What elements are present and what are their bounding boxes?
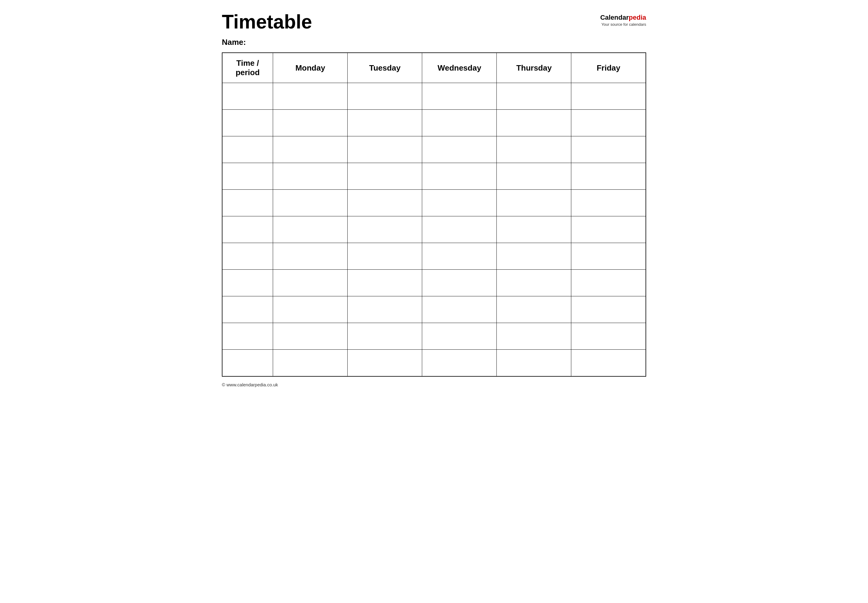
day-cell[interactable] [497,216,571,243]
timetable-body [222,83,646,376]
col-header-friday: Friday [571,53,646,83]
day-cell[interactable] [273,296,348,323]
time-cell[interactable] [222,83,273,110]
col-header-wednesday: Wednesday [422,53,497,83]
day-cell[interactable] [571,190,646,216]
day-cell[interactable] [422,296,497,323]
page-title: Timetable [222,12,312,31]
day-cell[interactable] [273,163,348,190]
table-row [222,83,646,110]
table-row [222,190,646,216]
footer: © www.calendarpedia.co.uk [222,382,646,387]
day-cell[interactable] [497,110,571,136]
day-cell[interactable] [273,110,348,136]
day-cell[interactable] [422,163,497,190]
day-cell[interactable] [273,216,348,243]
logo-calendar-part: Calendar [600,14,628,22]
day-cell[interactable] [422,190,497,216]
day-cell[interactable] [348,323,422,350]
day-cell[interactable] [497,296,571,323]
col-header-time: Time / period [222,53,273,83]
day-cell[interactable] [348,350,422,376]
logo-area: Calendarpedia Your source for calendars [600,12,646,27]
day-cell[interactable] [422,243,497,270]
day-cell[interactable] [348,136,422,163]
day-cell[interactable] [497,350,571,376]
day-cell[interactable] [497,270,571,296]
time-cell[interactable] [222,136,273,163]
page-wrapper: Timetable Calendarpedia Your source for … [222,12,646,387]
day-cell[interactable] [348,83,422,110]
day-cell[interactable] [422,83,497,110]
day-cell[interactable] [571,323,646,350]
logo-pedia-part: pedia [629,14,646,22]
table-row [222,350,646,376]
time-cell[interactable] [222,243,273,270]
day-cell[interactable] [273,270,348,296]
time-cell[interactable] [222,350,273,376]
table-row [222,136,646,163]
time-cell[interactable] [222,163,273,190]
day-cell[interactable] [348,216,422,243]
day-cell[interactable] [422,110,497,136]
table-header-row: Time / period Monday Tuesday Wednesday T… [222,53,646,83]
day-cell[interactable] [348,163,422,190]
time-cell[interactable] [222,110,273,136]
logo-subtitle: Your source for calendars [600,22,646,27]
day-cell[interactable] [497,136,571,163]
time-cell[interactable] [222,216,273,243]
col-header-thursday: Thursday [497,53,571,83]
table-row [222,270,646,296]
day-cell[interactable] [497,243,571,270]
table-row [222,323,646,350]
day-cell[interactable] [273,190,348,216]
time-cell[interactable] [222,323,273,350]
day-cell[interactable] [571,243,646,270]
day-cell[interactable] [273,350,348,376]
day-cell[interactable] [571,136,646,163]
timetable: Time / period Monday Tuesday Wednesday T… [222,53,646,377]
day-cell[interactable] [571,350,646,376]
day-cell[interactable] [273,136,348,163]
table-row [222,110,646,136]
day-cell[interactable] [571,163,646,190]
logo-text: Calendarpedia [600,14,646,22]
day-cell[interactable] [348,110,422,136]
day-cell[interactable] [571,270,646,296]
day-cell[interactable] [422,216,497,243]
name-row: Name: [222,37,646,47]
day-cell[interactable] [273,83,348,110]
table-row [222,163,646,190]
footer-url: © www.calendarpedia.co.uk [222,382,278,387]
time-cell[interactable] [222,296,273,323]
table-row [222,243,646,270]
day-cell[interactable] [422,350,497,376]
name-label: Name: [222,37,246,47]
day-cell[interactable] [422,136,497,163]
day-cell[interactable] [497,83,571,110]
day-cell[interactable] [571,296,646,323]
day-cell[interactable] [348,296,422,323]
day-cell[interactable] [348,270,422,296]
day-cell[interactable] [422,323,497,350]
col-header-monday: Monday [273,53,348,83]
day-cell[interactable] [273,323,348,350]
day-cell[interactable] [571,216,646,243]
day-cell[interactable] [348,190,422,216]
day-cell[interactable] [497,163,571,190]
day-cell[interactable] [273,243,348,270]
time-cell[interactable] [222,270,273,296]
day-cell[interactable] [422,270,497,296]
day-cell[interactable] [571,83,646,110]
table-row [222,296,646,323]
col-header-tuesday: Tuesday [348,53,422,83]
day-cell[interactable] [497,190,571,216]
table-row [222,216,646,243]
header-row: Timetable Calendarpedia Your source for … [222,12,646,31]
day-cell[interactable] [497,323,571,350]
time-cell[interactable] [222,190,273,216]
day-cell[interactable] [571,110,646,136]
day-cell[interactable] [348,243,422,270]
